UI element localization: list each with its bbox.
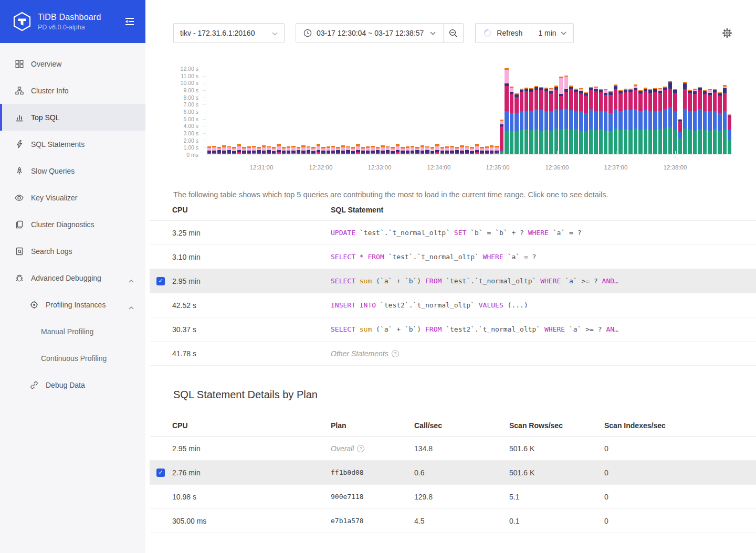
stacked-bar[interactable] — [267, 146, 270, 154]
stacked-bar[interactable] — [401, 147, 404, 154]
stacked-bar[interactable] — [307, 146, 310, 154]
stacked-bar[interactable] — [272, 147, 276, 154]
stacked-bar[interactable] — [396, 144, 400, 154]
row-checkbox-checked[interactable]: ✓ — [156, 277, 165, 285]
stacked-bar[interactable] — [520, 89, 523, 154]
stacked-bar[interactable] — [604, 89, 607, 154]
stacked-bar[interactable] — [678, 119, 682, 154]
sidebar-item-debug-data[interactable]: Debug Data — [0, 371, 145, 398]
row-checkbox-cell[interactable]: ✓ — [150, 469, 172, 477]
sidebar-item-key-visualizer[interactable]: Key Visualizer — [0, 184, 145, 211]
stacked-bar[interactable] — [317, 144, 320, 154]
stacked-bar[interactable] — [257, 147, 260, 154]
stacked-bar[interactable] — [341, 145, 345, 154]
stacked-bar[interactable] — [321, 147, 325, 154]
stacked-bar[interactable] — [282, 147, 286, 154]
stacked-bar[interactable] — [470, 147, 474, 154]
stacked-bar[interactable] — [207, 146, 211, 154]
stacked-bar[interactable] — [524, 88, 528, 154]
stacked-bar[interactable] — [663, 87, 667, 154]
stacked-bar[interactable] — [247, 146, 251, 154]
stacked-bar[interactable] — [490, 145, 494, 154]
stacked-bar[interactable] — [425, 146, 429, 154]
time-range-segment[interactable]: 03-17 12:30:04 ~ 03-17 12:38:57 — [296, 24, 443, 42]
stacked-bar[interactable] — [500, 120, 503, 154]
stacked-bar[interactable] — [534, 86, 538, 154]
stacked-bar[interactable] — [291, 146, 295, 154]
stacked-bar[interactable] — [252, 146, 256, 154]
row-checkbox-checked[interactable]: ✓ — [156, 469, 165, 477]
sidebar-item-profiling-instances[interactable]: Profiling Instances — [0, 291, 145, 318]
stacked-bar[interactable] — [287, 146, 290, 154]
stacked-bar[interactable] — [331, 146, 335, 154]
stacked-bar[interactable] — [455, 147, 459, 154]
sidebar-item-top-sql[interactable]: Top SQL — [0, 104, 145, 131]
plan-table-row[interactable]: 10.98 s900e7118129.85.10 — [150, 485, 756, 509]
stacked-bar[interactable] — [594, 87, 597, 155]
stacked-bar[interactable] — [262, 145, 266, 154]
stacked-bar[interactable] — [718, 92, 721, 154]
stacked-bar[interactable] — [544, 88, 548, 154]
query-table-row[interactable]: 3.10 minSELECT * FROM `test`.`t_normal_o… — [150, 245, 756, 269]
stacked-bar[interactable] — [554, 86, 558, 154]
menu-fold-icon[interactable] — [124, 16, 135, 27]
stacked-bar[interactable] — [514, 93, 518, 154]
stacked-bar[interactable] — [564, 76, 568, 154]
stacked-bar[interactable] — [618, 90, 622, 154]
stacked-bar[interactable] — [475, 144, 479, 154]
query-table-row[interactable]: ✓2.95 minSELECT sum (`a` + `b`) FROM `te… — [150, 269, 756, 293]
stacked-bar[interactable] — [723, 85, 727, 154]
stacked-bar[interactable] — [222, 145, 226, 154]
stacked-bar[interactable] — [346, 146, 350, 154]
stacked-bar[interactable] — [569, 86, 573, 154]
stacked-bar[interactable] — [628, 89, 632, 154]
stacked-bar[interactable] — [549, 88, 553, 154]
stacked-bar[interactable] — [361, 147, 365, 154]
stacked-bar[interactable] — [421, 145, 424, 154]
stacked-bar[interactable] — [297, 147, 300, 154]
stacked-bar[interactable] — [311, 147, 315, 154]
sidebar-item-cluster-diagnostics[interactable]: Cluster Diagnostics — [0, 211, 145, 238]
stacked-bar[interactable] — [713, 89, 717, 154]
stacked-bar[interactable] — [529, 88, 533, 154]
plan-table-row[interactable]: 305.00 mse7b1a5784.50.10 — [150, 509, 756, 533]
stacked-bar[interactable] — [217, 147, 221, 154]
stacked-bar[interactable] — [608, 91, 612, 154]
stacked-bar[interactable] — [227, 146, 231, 154]
zoom-out-button[interactable] — [443, 24, 463, 42]
sidebar-item-cluster-info[interactable]: Cluster Info — [0, 77, 145, 104]
sidebar-item-sql-statements[interactable]: SQL Statements — [0, 131, 145, 157]
stacked-bar[interactable] — [212, 146, 216, 154]
stacked-bar[interactable] — [237, 144, 241, 154]
stacked-bar[interactable] — [480, 147, 484, 154]
stacked-bar[interactable] — [366, 146, 370, 154]
stacked-bar[interactable] — [450, 146, 454, 154]
stacked-bar[interactable] — [371, 146, 374, 154]
help-question-icon[interactable]: ? — [357, 445, 364, 452]
settings-gear-icon[interactable] — [722, 28, 732, 38]
query-table-row[interactable]: 30.37 sSELECT sum (`a` + `b`) FROM `test… — [150, 317, 756, 342]
stacked-bar[interactable] — [728, 114, 731, 154]
row-checkbox-cell[interactable]: ✓ — [150, 277, 172, 285]
sidebar-item-advanced-debugging[interactable]: Advanced Debugging — [0, 264, 145, 291]
stacked-bar[interactable] — [411, 146, 414, 154]
stacked-bar[interactable] — [386, 146, 390, 154]
sidebar-item-continuous-profiling[interactable]: Continuous Profiling — [0, 345, 145, 371]
stacked-bar[interactable] — [614, 84, 617, 154]
sidebar-item-overview[interactable]: Overview — [0, 50, 145, 77]
stacked-bar[interactable] — [327, 146, 330, 154]
stacked-bar[interactable] — [430, 147, 434, 154]
refresh-interval-select[interactable]: 1 min — [531, 24, 573, 42]
stacked-bar[interactable] — [445, 146, 449, 154]
stacked-bar[interactable] — [708, 89, 711, 154]
stacked-bar[interactable] — [624, 89, 627, 154]
stacked-bar[interactable] — [638, 90, 642, 154]
stacked-bar[interactable] — [668, 81, 672, 154]
stacked-bar[interactable] — [232, 147, 236, 154]
stacked-bar[interactable] — [381, 145, 384, 154]
query-table-row[interactable]: 3.25 minUPDATE `test`.`t_normal_oltp` SE… — [150, 221, 756, 245]
stacked-bar[interactable] — [688, 90, 691, 154]
help-question-icon[interactable]: ? — [392, 350, 399, 357]
stacked-bar[interactable] — [644, 88, 647, 154]
chart-plot-area[interactable]: 12:31:0012:32:0012:33:0012:34:0012:35:00… — [206, 69, 731, 155]
